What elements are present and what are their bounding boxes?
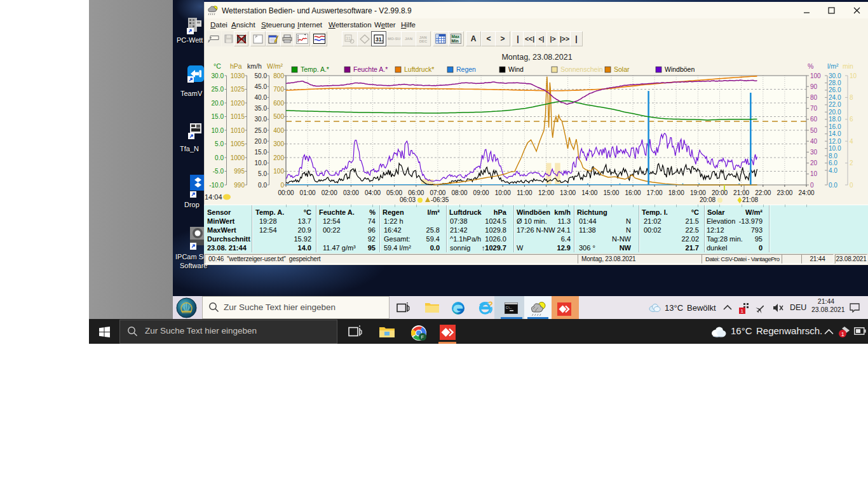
svg-text:09:00: 09:00	[473, 189, 489, 196]
svg-text:Solar: Solar	[614, 65, 630, 73]
svg-text:0: 0	[850, 182, 853, 189]
svg-text:5.0: 5.0	[215, 140, 224, 147]
svg-text:8: 8	[850, 94, 853, 101]
svg-text:8.0: 8.0	[829, 152, 837, 159]
svg-text:800: 800	[273, 72, 284, 79]
svg-text:100: 100	[273, 168, 284, 175]
svg-text:F: F	[421, 334, 424, 340]
svg-text:-10.0: -10.0	[209, 182, 224, 189]
svg-text:2: 2	[850, 159, 853, 166]
svg-text:90: 90	[810, 83, 818, 90]
svg-text:31: 31	[346, 36, 351, 41]
svg-text:Temp. A.*: Temp. A.*	[301, 65, 329, 73]
svg-text:Luftdruck*: Luftdruck*	[404, 65, 434, 73]
svg-text:10.0: 10.0	[255, 159, 268, 166]
svg-text:05:00: 05:00	[386, 189, 402, 196]
svg-text:20.0: 20.0	[829, 109, 841, 116]
svg-text:14:00: 14:00	[581, 189, 597, 196]
svg-text:Montag, 23.08.2021: Montag, 23.08.2021	[501, 53, 572, 62]
svg-text:%: %	[808, 62, 813, 70]
svg-text:1015: 1015	[231, 113, 245, 120]
svg-text:15.0: 15.0	[212, 113, 224, 120]
svg-text:5.0: 5.0	[258, 170, 267, 177]
svg-text:600: 600	[273, 100, 284, 107]
svg-text:06:03: 06:03	[400, 196, 416, 203]
svg-text:Windböen: Windböen	[665, 65, 695, 73]
svg-text:16:00: 16:00	[625, 189, 641, 196]
svg-text:°C: °C	[214, 62, 221, 70]
svg-text:400: 400	[273, 127, 284, 134]
svg-text:1000: 1000	[231, 154, 245, 161]
svg-text:C:\...: C:\...	[506, 306, 512, 309]
svg-text:15.0: 15.0	[255, 149, 268, 156]
svg-text:20.0: 20.0	[255, 138, 268, 145]
svg-text:0: 0	[280, 182, 284, 189]
svg-text:08:00: 08:00	[451, 189, 467, 196]
svg-text:10: 10	[850, 72, 857, 79]
svg-text:35.0: 35.0	[255, 105, 268, 112]
svg-text:1010: 1010	[231, 127, 245, 134]
svg-text:31.: 31.	[376, 36, 383, 43]
svg-text:0.0: 0.0	[829, 182, 837, 189]
svg-text:Regen: Regen	[456, 65, 476, 73]
svg-text:km/h: km/h	[247, 62, 262, 70]
svg-text:Sonnenschein: Sonnenschein	[560, 65, 603, 73]
svg-text:03:00: 03:00	[343, 189, 359, 196]
svg-text:30.0: 30.0	[212, 72, 224, 79]
svg-text:13:00: 13:00	[560, 189, 576, 196]
svg-text:16.0: 16.0	[829, 123, 841, 130]
svg-text:0.0: 0.0	[258, 182, 267, 189]
svg-text:24:00: 24:00	[798, 189, 814, 196]
svg-text:14:04: 14:04	[205, 193, 222, 201]
svg-text:70: 70	[810, 105, 818, 112]
svg-text:12.0: 12.0	[829, 138, 841, 145]
svg-text:19:00: 19:00	[690, 189, 706, 196]
svg-text:60: 60	[810, 116, 818, 123]
svg-text:00:00: 00:00	[278, 189, 294, 196]
svg-text:26.0: 26.0	[829, 86, 841, 93]
svg-text:25.0: 25.0	[255, 127, 268, 134]
svg-text:200: 200	[273, 154, 284, 161]
svg-text:40: 40	[810, 138, 818, 145]
svg-text:21:00: 21:00	[733, 189, 749, 196]
svg-text:l/m²: l/m²	[827, 62, 839, 70]
svg-text:Feuchte A.*: Feuchte A.*	[353, 65, 388, 73]
svg-text:01:00: 01:00	[300, 189, 316, 196]
svg-text:10.0: 10.0	[829, 145, 841, 152]
svg-text:18:00: 18:00	[668, 189, 684, 196]
svg-text:10:00: 10:00	[495, 189, 511, 196]
svg-text:-5.0: -5.0	[213, 168, 224, 175]
svg-text:hPa: hPa	[230, 62, 242, 70]
svg-text:10: 10	[810, 170, 818, 177]
svg-text:20.0: 20.0	[212, 100, 224, 107]
svg-text:995: 995	[234, 168, 245, 175]
svg-text:80: 80	[810, 94, 818, 101]
svg-text:11:00: 11:00	[517, 189, 532, 196]
svg-text:700: 700	[273, 86, 284, 93]
svg-text:1030: 1030	[231, 72, 245, 79]
svg-text:24.0: 24.0	[829, 94, 841, 101]
svg-text:6.0: 6.0	[829, 159, 837, 166]
svg-text:02:00: 02:00	[322, 189, 337, 196]
svg-text:1005: 1005	[231, 140, 245, 147]
svg-text:990: 990	[234, 182, 245, 189]
svg-text:1020: 1020	[231, 100, 245, 107]
svg-text:500: 500	[273, 113, 284, 120]
svg-text:21:08: 21:08	[742, 196, 758, 203]
svg-text:6: 6	[850, 116, 853, 123]
svg-text:22:00: 22:00	[755, 189, 771, 196]
svg-text:30.0: 30.0	[829, 72, 841, 79]
svg-text:22.0: 22.0	[829, 101, 841, 108]
svg-text:Max: Max	[452, 34, 460, 39]
svg-text:45.0: 45.0	[255, 83, 268, 90]
svg-text:1025: 1025	[231, 86, 245, 93]
svg-text:50: 50	[810, 127, 818, 134]
svg-text:10.0: 10.0	[212, 127, 224, 134]
svg-text:20:08: 20:08	[700, 196, 715, 203]
svg-text:-06:35: -06:35	[431, 196, 449, 203]
svg-text:4: 4	[850, 138, 853, 145]
svg-text:25.0: 25.0	[212, 86, 224, 93]
svg-text:1: 1	[741, 308, 744, 314]
svg-text:23:00: 23:00	[776, 189, 792, 196]
svg-text:30.0: 30.0	[255, 116, 268, 123]
